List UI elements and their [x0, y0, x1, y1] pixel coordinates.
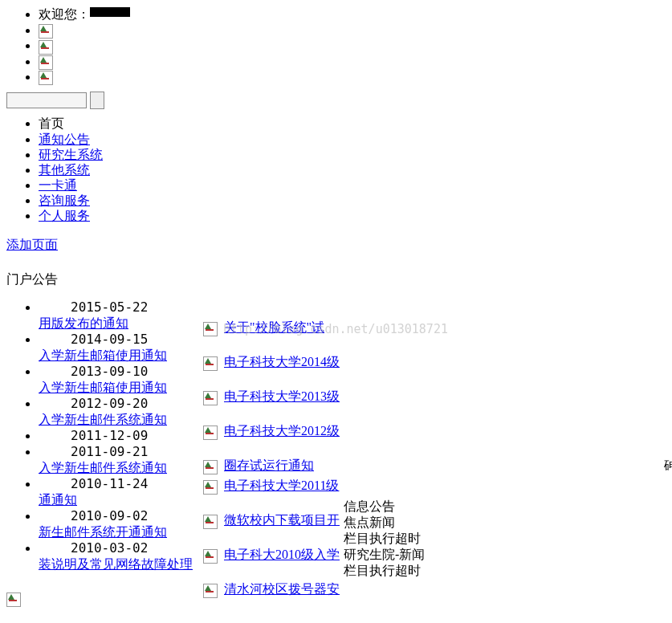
add-page-link[interactable]: 添加页面 [6, 237, 58, 254]
search-button[interactable] [90, 92, 104, 109]
nav-consult[interactable]: 咨询服务 [39, 193, 90, 207]
announcement-link[interactable]: 入学新生邮箱使用通知 [39, 381, 167, 394]
nav-other-system[interactable]: 其他系统 [39, 163, 90, 177]
broken-image-icon [203, 426, 218, 440]
right-link[interactable]: 电子科大2010级入学 [224, 548, 340, 561]
announcement-link[interactable]: 用版发布的通知 [39, 316, 128, 330]
broken-image-icon [203, 584, 218, 598]
announcement-link[interactable]: 入学新生邮箱使用通知 [39, 348, 167, 362]
broken-image-icon [203, 322, 218, 336]
nav-personal[interactable]: 个人服务 [39, 209, 90, 222]
right-links-col: 关于"校脸系统"试 电子科技大学2014级 电子科技大学2013级 电子科技大学… [203, 320, 340, 598]
welcome-list: 欢迎您： [6, 6, 672, 85]
broken-image-icon [39, 55, 53, 70]
right-link-row: 电子科技大学2011级 [203, 478, 340, 495]
broken-image-icon [39, 40, 53, 55]
announcement-link[interactable]: 新生邮件系统开通通知 [39, 525, 167, 539]
broken-image-icon [6, 592, 21, 607]
right-link[interactable]: 关于"校脸系统"试 [224, 320, 324, 334]
broken-image-icon [203, 480, 218, 495]
nav-home[interactable]: 首页 [39, 116, 64, 130]
broken-image-icon [203, 460, 218, 474]
broken-image-icon [203, 356, 218, 371]
announcement-link[interactable]: 装说明及常见网络故障处理 [39, 557, 193, 571]
broken-image-icon [203, 391, 218, 405]
info-line: 信息公告 [344, 499, 425, 515]
nav-card[interactable]: 一卡通 [39, 178, 77, 192]
announcement-link[interactable]: 入学新生邮件系统通知 [39, 413, 167, 426]
right-link[interactable]: 电子科技大学2014级 [224, 355, 340, 369]
welcome-prefix: 欢迎您： [39, 7, 90, 21]
right-link[interactable]: 电子科技大学2012级 [224, 424, 340, 438]
search-row [6, 92, 672, 109]
broken-image-icon [39, 24, 53, 39]
info-block: 信息公告 焦点新闻 栏目执行超时 研究生院-新闻 栏目执行超时 [344, 499, 425, 579]
right-link-row: 圈存试运行通知 [203, 458, 340, 474]
right-link-row: 电子科技大学2014级 [203, 354, 340, 371]
right-link[interactable]: 圈存试运行通知 [224, 458, 314, 472]
right-link-row: 关于"校脸系统"试 [203, 320, 340, 336]
right-link-row: 电子科大2010级入学 [203, 547, 340, 564]
right-link[interactable]: 清水河校区拨号器安 [224, 582, 340, 596]
username-redacted [90, 7, 130, 17]
right-link-row: 清水河校区拨号器安 [203, 581, 340, 598]
right-link-row: 微软校内下载项目开 [203, 512, 340, 529]
more-char-1: 砷 [664, 458, 672, 474]
announcement-link[interactable]: 入学新生邮件系统通知 [39, 461, 167, 474]
header-image-item-4[interactable] [39, 70, 672, 85]
right-link[interactable]: 电子科技大学2011级 [224, 478, 339, 492]
info-line: 栏目执行超时 [344, 531, 425, 547]
header-image-item-1[interactable] [39, 23, 672, 39]
section-title: 门户公告 [6, 271, 672, 288]
right-link-row: 电子科技大学2012级 [203, 423, 340, 440]
announcement-link[interactable]: 通通知 [39, 493, 77, 507]
welcome-item: 欢迎您： [39, 6, 672, 23]
right-link[interactable]: 微软校内下载项目开 [224, 513, 340, 527]
nav-graduate-system[interactable]: 研究生系统 [39, 148, 103, 161]
info-line: 栏目执行超时 [344, 563, 425, 579]
right-link-row: 电子科技大学2013级 [203, 389, 340, 405]
broken-image-icon [203, 549, 218, 564]
announcement-date: 2015-05-22 [39, 299, 344, 316]
right-link[interactable]: 电子科技大学2013级 [224, 389, 340, 403]
header-image-item-2[interactable] [39, 39, 672, 54]
info-line: 焦点新闻 [344, 515, 425, 531]
nav-list: 首页 通知公告 研究生系统 其他系统 一卡通 咨询服务 个人服务 [6, 116, 672, 223]
broken-image-icon [203, 515, 218, 529]
info-line: 研究生院-新闻 [344, 547, 425, 563]
header-image-item-3[interactable] [39, 55, 672, 70]
right-column: 信息公告 焦点新闻 栏目执行超时 研究生院-新闻 栏目执行超时 [344, 299, 425, 579]
broken-image-icon [39, 71, 53, 85]
nav-notice[interactable]: 通知公告 [39, 132, 90, 146]
search-input[interactable] [6, 92, 87, 108]
